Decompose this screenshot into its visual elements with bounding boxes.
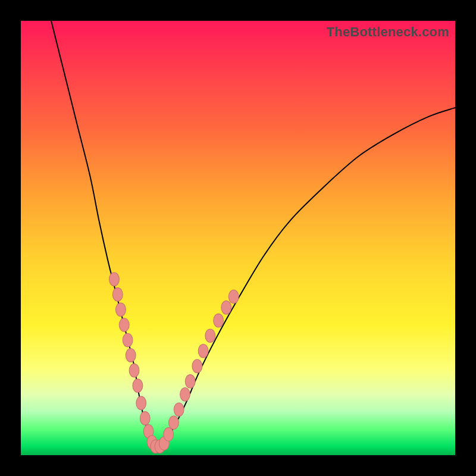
highlight-marker [123,333,133,347]
highlight-marker [116,303,126,317]
highlight-marker [228,290,239,303]
highlight-marker [192,359,202,373]
highlight-marker [164,428,174,441]
highlight-marker [126,349,136,362]
chart-svg [21,21,455,455]
highlight-marker [112,288,123,302]
highlight-marker [214,314,224,327]
highlight-marker [221,300,231,314]
chart-frame: TheBottleneck.com [0,0,476,476]
markers-group [109,273,239,453]
highlight-marker [198,344,208,358]
highlight-marker [169,416,179,430]
highlight-marker [140,412,150,425]
highlight-marker [133,379,143,393]
highlight-marker [119,318,129,332]
highlight-marker [185,375,195,389]
bottleneck-curve [51,21,455,446]
highlight-marker [109,273,120,286]
highlight-marker [129,364,139,377]
highlight-marker [174,403,184,416]
highlight-marker [205,329,215,343]
plot-area: TheBottleneck.com [21,21,455,455]
highlight-marker [136,396,146,410]
highlight-marker [180,387,190,401]
curve-group [51,21,455,446]
